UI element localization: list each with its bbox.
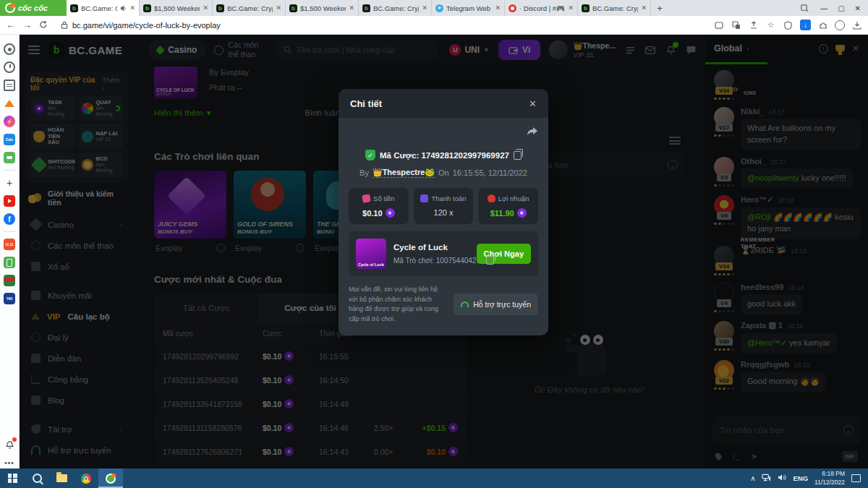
referral-link[interactable]: Giới thiệu và kiếm tiền <box>25 182 128 214</box>
chat-input[interactable] <box>720 426 838 435</box>
coccoc-menu-button[interactable]: cốc cốc <box>0 0 67 16</box>
messenger-icon[interactable] <box>4 116 15 127</box>
education-icon[interactable] <box>4 275 15 286</box>
share-icon[interactable] <box>527 127 538 137</box>
notifications-bell-icon[interactable] <box>4 439 15 450</box>
tile-spin-bonus[interactable]: QUAYtiền thưởng <box>79 96 124 121</box>
commands-icon[interactable]: /_ <box>733 452 739 461</box>
file-explorer-button[interactable] <box>49 468 74 488</box>
bets-list-icon[interactable] <box>624 44 636 56</box>
play-now-button[interactable]: Chơi Ngay <box>477 244 532 264</box>
tab-all-bets[interactable]: Tất cả Cược <box>154 294 258 322</box>
vip-more-link[interactable]: Thêm › <box>102 76 123 92</box>
sidebar-item-casino[interactable]: Casino› <box>25 214 128 235</box>
settings-gear-icon[interactable] <box>4 43 15 55</box>
rain-icon[interactable] <box>714 452 723 461</box>
battery-saver-icon[interactable] <box>4 257 15 268</box>
tab-close-icon[interactable]: ✕ <box>641 4 647 12</box>
tray-expand-icon[interactable]: ∧ <box>750 474 755 482</box>
copy-icon[interactable] <box>514 151 522 160</box>
nav-casino-button[interactable]: Casino <box>148 40 205 60</box>
volume-icon[interactable] <box>778 474 786 483</box>
tab-close-icon[interactable]: ✕ <box>495 4 501 12</box>
gif-button[interactable]: GIF <box>842 451 859 462</box>
sidebar-item-live-support[interactable]: Hỗ trợ trực tuyến <box>25 440 128 461</box>
emoji-icon[interactable] <box>843 425 854 435</box>
game-card-gold-of-sirens[interactable]: GOLD OF SIRENSBONUS BUY Evoplay! <box>234 171 306 252</box>
browser-tab[interactable]: b BC.Game: Crypto ✕ <box>67 0 140 16</box>
browser-tab[interactable]: · Discord | #🎮gam ✕ <box>505 0 578 16</box>
browser-tab[interactable]: ➤ Telegram Web ✕ <box>432 0 505 16</box>
tab-close-icon[interactable]: ✕ <box>129 4 135 12</box>
crown-icon[interactable] <box>4 98 15 109</box>
chat-username[interactable]: Zapata 🅰 1 <box>741 321 783 330</box>
chat-username[interactable]: Othoi_ <box>741 157 766 166</box>
tab-close-icon[interactable]: ✕ <box>276 4 281 12</box>
wallet-button[interactable]: Ví <box>498 40 540 60</box>
mention[interactable]: @ROjl <box>747 213 771 221</box>
trophy-icon[interactable] <box>835 45 845 52</box>
profile-icon[interactable] <box>835 20 845 30</box>
reading-list-icon[interactable] <box>4 80 15 91</box>
address-bar[interactable]: bc.game/vi/game/cycle-of-luck-by-evoplay <box>55 18 706 33</box>
table-row[interactable]: 1749281131158280576 $0.10¢ 16:14:46 2.50… <box>154 416 467 440</box>
maximize-button[interactable]: ▢ <box>838 4 844 12</box>
mail-icon[interactable] <box>644 44 656 56</box>
nav-sports-button[interactable]: Các môn thể thao <box>214 40 268 59</box>
forward-button[interactable]: → <box>22 20 32 30</box>
chat-toggle-icon[interactable] <box>685 44 697 56</box>
sidebar-item-blog[interactable]: Blog <box>25 390 128 411</box>
tab-close-icon[interactable]: ✕ <box>422 4 427 12</box>
notifications-bell-icon[interactable] <box>665 44 676 56</box>
add-shortcut-icon[interactable]: + <box>4 177 15 189</box>
reload-button[interactable] <box>39 20 48 30</box>
download-active-icon[interactable]: ↓ <box>800 20 811 30</box>
info-icon[interactable]: ! <box>296 244 305 252</box>
tab-close-icon[interactable]: ✕ <box>349 4 354 12</box>
extensions-icon[interactable] <box>817 20 828 30</box>
sidebar-item-sports[interactable]: Các môn thể thao <box>25 235 128 256</box>
tile-cashback[interactable]: HOÀN TIỀN XẤU <box>30 124 75 149</box>
table-row[interactable]: 174928120299796992 $0.10¢ 16:15:55 <box>154 344 467 368</box>
tile-shitcode[interactable]: SHITCODEtiền thưởng <box>30 153 75 177</box>
language-indicator[interactable]: ENG <box>793 474 808 482</box>
user-profile[interactable]: 👑Thespe... VIP 31 <box>549 40 616 59</box>
chat-username[interactable]: Rrqqgjfsgwb <box>741 360 789 369</box>
tile-bcd-bonus[interactable]: BCDtiền thưởng <box>79 153 124 177</box>
table-row[interactable]: 174928113525405248 $0.10¢ 16:14:50 <box>154 368 467 392</box>
shield-icon[interactable] <box>783 20 793 30</box>
new-tab-button[interactable]: + <box>651 0 668 16</box>
tile-reload[interactable]: NẠP LẠIVIP 22 <box>79 124 124 149</box>
shopee-sale-icon[interactable]: 11.11 <box>4 239 15 250</box>
emoji-icon[interactable] <box>668 160 678 170</box>
mention[interactable]: @Hero™✓ <box>747 338 787 347</box>
browser-tab[interactable]: b BC.Game: Crypto Ca ✕ <box>213 0 286 16</box>
game-thumbnail[interactable]: CYCLE OF LUCK EVOPLAY <box>154 67 197 98</box>
coccoc-button[interactable] <box>98 468 123 488</box>
capture-icon[interactable] <box>713 20 724 30</box>
tab-close-icon[interactable]: ✕ <box>203 4 208 12</box>
network-icon[interactable] <box>762 474 771 483</box>
live-support-button[interactable]: Hỗ trợ trực tuyến <box>454 294 538 315</box>
game-search[interactable] <box>276 40 439 60</box>
table-row[interactable]: 1749281127626806271 $0.10¢ 16:14:43 0.00… <box>154 440 467 463</box>
chat-close-icon[interactable]: ✕ <box>852 43 859 53</box>
sidebar-item-promotions[interactable]: Khuyến mãi <box>25 285 128 306</box>
tab-close-icon[interactable]: ✕ <box>568 4 574 12</box>
currency-selector[interactable]: U UNI ▼ <box>449 44 490 56</box>
chat-input-box[interactable] <box>712 416 861 444</box>
share-icon[interactable] <box>748 20 759 30</box>
search-input[interactable] <box>297 46 432 54</box>
browser-tab[interactable]: b $1,500 Weekend Evo ✕ <box>286 0 359 16</box>
downloads-tray-icon[interactable] <box>851 20 862 30</box>
sidebar-item-vip-club[interactable]: VIPCâu lạc bộ <box>25 306 128 327</box>
more-icon[interactable]: ••• <box>4 457 15 468</box>
tab-audio-icon[interactable] <box>120 5 127 12</box>
game-card-juicy-gems[interactable]: JUICY GEMSBONUS BUY Evoplay! <box>154 171 226 252</box>
back-button[interactable]: ← <box>6 20 15 30</box>
taskbar-clock[interactable]: 6:18 PM 11/12/2022 <box>814 470 845 486</box>
player-name[interactable]: 👑Thespectre🐸 <box>373 168 435 178</box>
zalo-icon[interactable]: Zalo <box>4 134 15 145</box>
browser-tab[interactable]: b $1,500 Weekend Evo ✕ <box>140 0 213 16</box>
sidebar-item-sponsorship[interactable]: Tài trợ› <box>25 419 128 440</box>
